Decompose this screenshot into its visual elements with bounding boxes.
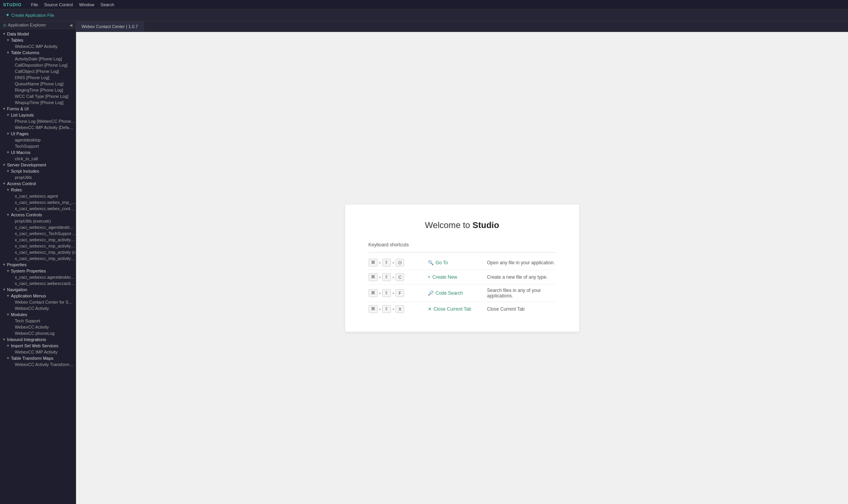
plus-icon: ✦ [5,12,10,18]
sidebar-collapse-button[interactable]: ◀ [69,23,73,27]
tree-section-item[interactable]: UI Macros [0,149,76,156]
tree-leaf-item[interactable]: DNIS [Phone Log] [0,74,76,81]
tree-leaf-item[interactable]: WrapupTime [Phone Log] [0,99,76,106]
tree-item-label: Tech Support [15,318,40,323]
tree-item-label: Modules [11,312,27,317]
tree-leaf-item[interactable]: Phone Log [WebexCC Phone Log] [0,118,76,124]
kbd-separator: + [379,291,381,295]
tree-leaf-item[interactable]: WebexCC Activity [0,305,76,311]
tree-section-item[interactable]: Table Transform Maps [0,355,76,361]
tree-leaf-item[interactable]: WebexCC phoneLog [0,330,76,336]
shortcuts-divider [369,252,556,253]
tree-leaf-item[interactable]: x_caci_webexcc.webex_imp_activity_us [0,199,76,205]
tree-leaf-item[interactable]: x_caci_webexcc_TechSupport (read) [0,230,76,237]
tree-section-item[interactable]: Application Menus [0,293,76,299]
tree-section-item[interactable]: Access Control [0,180,76,187]
menu-window[interactable]: Window [76,2,98,8]
tree-item-label: click_to_call [15,156,38,161]
tree-section-item[interactable]: UI Pages [0,131,76,137]
tree-section-item[interactable]: Import Set Web Services [0,343,76,349]
tree-item-label: ActivityDate [Phone Log] [15,57,62,61]
tree-item-label: System Properties [11,269,46,273]
tree-section-item[interactable]: Data Model [0,31,76,37]
tree-leaf-item[interactable]: CallObject [Phone Log] [0,68,76,74]
tree-leaf-item[interactable]: QueueName [Phone Log] [0,81,76,87]
sidebar-title-label: Application Explorer [8,23,46,27]
tree-leaf-item[interactable]: x_caci_webexcc_imp_activity (d [0,243,76,249]
tree-section-item[interactable]: Roles [0,187,76,193]
tree-leaf-item[interactable]: x_caci_webexcc_imp_activity (w [0,255,76,262]
tree-chevron-icon [6,38,11,42]
tree-section-item[interactable]: Modules [0,311,76,318]
tree-chevron-icon [2,163,7,167]
tree-item-label: WebexCC IMP Activity [Default view] [15,125,76,130]
tree-section-item[interactable]: Script Includes [0,168,76,174]
tree-leaf-item[interactable]: propUtils [0,174,76,180]
tree-section-item[interactable]: List Layouts [0,112,76,118]
tree-leaf-item[interactable]: x_caci_webexcc.webexccactivitytable [0,280,76,286]
tree-item-label: Server Development [7,163,46,167]
tree-item-label: Properties [7,262,27,267]
tree-leaf-item[interactable]: agentdesktop [0,137,76,143]
tree-leaf-item[interactable]: propUtils (execute) [0,218,76,224]
tree-leaf-item[interactable]: WebexCC IMP Activity [0,43,76,50]
tree-leaf-item[interactable]: WCC Call Type [Phone Log] [0,93,76,99]
tree-chevron-icon [6,269,11,273]
tree-leaf-item[interactable]: WebexCC IMP Activity [Default view] [0,124,76,131]
tree-item-label: Data Model [7,32,29,36]
tree-leaf-item[interactable]: WebexCC Activity TransformMap [0,361,76,368]
tree-item-label: agentdesktop [15,138,41,142]
menu-search[interactable]: Search [98,2,117,8]
shortcut-action[interactable]: +Create New [428,274,483,280]
tree-item-label: Tables [11,38,23,42]
tree-leaf-item[interactable]: Webex Contact Center for SNOW [0,299,76,305]
shortcut-action[interactable]: 🔎Code Search [428,290,483,296]
tree-leaf-item[interactable]: x_caci_webexcc_agentdesktop (read) [0,224,76,230]
tree-section-item[interactable]: Server Development [0,162,76,168]
tree-leaf-item[interactable]: WebexCC Activity [0,324,76,330]
menu-bar: STUDIO File Source Control Window Search [0,0,848,9]
tree-leaf-item[interactable]: x_caci_webexcc.webex_contact_center [0,205,76,212]
tree-leaf-item[interactable]: WebexCC IMP Activity [0,349,76,355]
shortcut-row: ⌘+⇧+F🔎Code SearchSearch files in any of … [369,285,556,302]
tree-section-item[interactable]: Inbound Integrations [0,336,76,343]
menu-file[interactable]: File [28,2,41,8]
kbd-key: ⇧ [382,305,391,313]
kbd-group: ⌘+⇧+C [369,273,423,281]
create-application-file-button[interactable]: ✦ Create Application File [3,11,57,19]
tree-leaf-item[interactable]: click_to_call [0,156,76,162]
tree-chevron-icon [6,356,11,360]
tree-leaf-item[interactable]: CallDisposition [Phone Log] [0,62,76,68]
tree-leaf-item[interactable]: x_caci_webexcc.agentdesktop_url [0,274,76,280]
tree-item-label: WebexCC IMP Activity [15,44,58,49]
shortcut-action[interactable]: 🔍Go To [428,260,483,265]
tree-leaf-item[interactable]: TechSupport [0,143,76,149]
tree-section-item[interactable]: Properties [0,262,76,268]
tree-leaf-item[interactable]: RingingTime [Phone Log] [0,87,76,93]
tree-section-item[interactable]: Access Controls [0,212,76,218]
app-explorer-icon: ⊙ [3,23,6,27]
shortcut-action[interactable]: ✕Close Current Tab [428,306,483,312]
tree-leaf-item[interactable]: ActivityDate [Phone Log] [0,56,76,62]
menu-source-control[interactable]: Source Control [41,2,76,8]
shortcut-description: Open any file in your application. [487,260,556,265]
tree-section-item[interactable]: Forms & UI [0,106,76,112]
tree-leaf-item[interactable]: x_caci_webexcc_imp_activity (c [0,249,76,255]
kbd-key: ⌘ [369,259,378,267]
kbd-key: ⇧ [382,259,391,267]
tree-leaf-item[interactable]: x_caci_webexcc_imp_activity (re [0,237,76,243]
tree-section-item[interactable]: Table Columns [0,50,76,56]
tree-section-item[interactable]: Navigation [0,286,76,293]
tree-leaf-item[interactable]: Tech Support [0,318,76,324]
tree-leaf-item[interactable]: x_caci_webexcc.agent [0,193,76,199]
tab-webex-contact-center[interactable]: Webex Contact Center | 1.0.7 [76,21,144,32]
tree-item-label: WebexCC phoneLog [15,331,55,336]
tree-chevron-icon [2,107,7,111]
kbd-separator: + [379,307,381,311]
shortcuts-container: ⌘+⇧+O🔍Go ToOpen any file in your applica… [369,256,556,316]
kbd-separator: + [392,291,394,295]
tree-section-item[interactable]: Tables [0,37,76,43]
tree-section-item[interactable]: System Properties [0,268,76,274]
kbd-key: ⌘ [369,305,378,313]
tree-chevron-icon [6,213,11,217]
